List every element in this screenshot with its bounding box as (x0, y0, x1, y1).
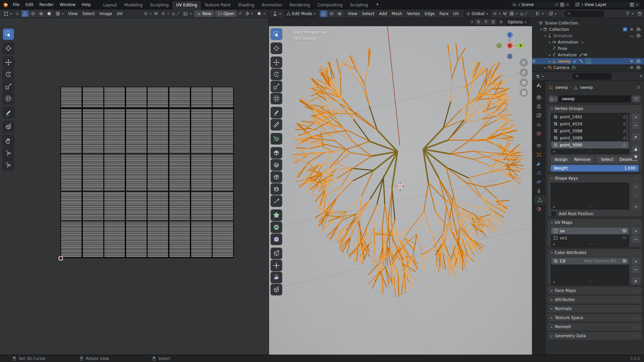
menu-file[interactable]: File (10, 1, 22, 8)
navigation-gizmo[interactable]: Z Y X (493, 28, 527, 62)
properties-tab-scene[interactable] (532, 120, 545, 129)
properties-tab-view-layer[interactable] (532, 111, 545, 120)
panel-drag-grip[interactable]: ∷∷ (634, 316, 639, 320)
outliner-filter-mode-dropdown[interactable]: ▾ (547, 11, 558, 16)
viewport-select-mode-0[interactable] (320, 10, 327, 17)
vertex-group-row[interactable]: point_3090 (551, 141, 629, 148)
expander-closed[interactable]: ▸ (548, 53, 552, 57)
properties-tab-object-props[interactable] (532, 150, 545, 159)
vp-tool-extrude-region[interactable] (271, 147, 282, 159)
vp-tool-bevel[interactable] (271, 171, 282, 183)
mirror-z-toggle[interactable]: Z (490, 19, 496, 25)
remove-icon[interactable]: − (632, 122, 640, 129)
snap-magnet-icon[interactable] (154, 11, 158, 16)
options-dropdown[interactable]: Options▾ (505, 19, 529, 25)
workspace-tab-layout[interactable]: Layout (100, 1, 121, 9)
uv-map-row[interactable]: uv1 (551, 234, 629, 241)
snap-face-nearest-icon[interactable] (499, 20, 503, 24)
section-remesh[interactable]: ▸Remesh∷∷ (547, 323, 642, 331)
properties-tab-collection-props[interactable] (532, 141, 545, 150)
add-icon[interactable]: ＋ (632, 114, 640, 121)
panel-drag-grip[interactable]: ∷∷ (634, 325, 639, 329)
properties-tab-world[interactable] (532, 129, 545, 138)
list-resize-grip[interactable]: ∷∷ (588, 242, 593, 246)
expander-closed[interactable]: ▸ (548, 41, 552, 44)
transform-orientation-dropdown[interactable]: Global ▾ (464, 10, 490, 17)
eye[interactable] (630, 59, 634, 63)
outliner-row-armature[interactable]: ▸Armature99 (532, 52, 644, 58)
open-image-button[interactable]: Open (215, 10, 237, 17)
viewport-menu-vertex[interactable]: Vertex (405, 11, 422, 17)
outliner-row-sweep[interactable]: ▸sweep (532, 58, 644, 64)
viewport-menu-select[interactable]: Select (360, 11, 377, 17)
blender-logo-icon[interactable] (2, 1, 9, 8)
new-collection-icon[interactable] (637, 11, 642, 16)
panel-drag-grip[interactable]: ∷∷ (634, 289, 639, 293)
pin-icon[interactable] (554, 3, 558, 7)
shape-keys-panel-header[interactable]: ▾Shape Keys∷∷ (547, 175, 642, 182)
uv-menu-image[interactable]: Image (97, 11, 115, 17)
uv-tool-rip-region[interactable] (3, 121, 14, 132)
workspace-tab-sculpting[interactable]: Sculpting (146, 1, 172, 9)
vp-tool-edge-slide[interactable] (271, 248, 282, 259)
expander-closed[interactable]: ▸ (548, 60, 552, 63)
panel-drag-grip[interactable]: ∷∷ (634, 307, 639, 311)
add-icon[interactable]: ＋ (632, 258, 640, 265)
copy-icon[interactable] (560, 2, 565, 7)
section-attributes[interactable]: ▸Attributes∷∷ (547, 296, 642, 304)
mode-dropdown[interactable]: Edit Mode ▾ (284, 10, 318, 17)
move-down-icon[interactable]: ▼ (632, 153, 640, 160)
panel-drag-grip[interactable]: ∷∷ (634, 334, 639, 338)
camera[interactable] (636, 34, 641, 38)
viewport-menu-uv[interactable]: UV (451, 11, 461, 17)
image-browse-dropdown[interactable]: ▾ (181, 11, 193, 17)
vp-tool-shrink-fatten[interactable] (271, 260, 282, 271)
ortho-grid-icon[interactable] (520, 88, 528, 97)
list-resize-grip[interactable]: ∷∷ (588, 149, 593, 153)
uv-display-dropdown[interactable]: ▾ (243, 11, 255, 16)
bronchial-tree-mesh[interactable] (292, 44, 524, 297)
mesh-mirror-icon[interactable] (470, 20, 474, 24)
viewport-menu-face[interactable]: Face (437, 11, 451, 17)
vp-tool-loop-cut[interactable] (271, 183, 282, 195)
vp-tool-annotate[interactable] (271, 107, 282, 118)
uv-tool-pinch[interactable] (3, 159, 14, 171)
fake-user-shield-icon[interactable] (632, 96, 641, 102)
gizmo-axis-neg-y[interactable] (496, 43, 502, 48)
vp-tool-poly-build[interactable] (271, 209, 282, 221)
lock-open-icon[interactable] (623, 136, 627, 140)
camera[interactable] (636, 27, 641, 32)
properties-options-chevron[interactable]: ▾ (640, 74, 642, 78)
vp-tool-smooth[interactable] (271, 234, 282, 245)
viewport-menu-edge[interactable]: Edge (422, 11, 437, 17)
lock-open-icon[interactable] (623, 115, 627, 119)
specials-expander[interactable]: ▸ (553, 149, 555, 153)
workspace-tab-shading[interactable]: Shading (234, 1, 258, 9)
uv-tool-scale[interactable] (3, 81, 14, 92)
collection-checkbox[interactable]: ✓ (623, 27, 627, 32)
lock-open-icon[interactable] (623, 122, 627, 126)
uv-sync-select-icon[interactable] (15, 11, 20, 16)
uv-canvas[interactable] (0, 18, 269, 355)
camera-view-icon[interactable] (520, 78, 528, 87)
pan-hand-icon[interactable] (520, 68, 528, 77)
camera-render-on-icon[interactable] (622, 229, 627, 233)
workspace-tab-animation[interactable]: Animation (258, 1, 286, 9)
outliner-row-camera[interactable]: ▸Camera (532, 64, 644, 71)
vp-tool-spin[interactable] (271, 222, 282, 233)
viewport-editor-type-dropdown[interactable]: ▾ (271, 11, 283, 17)
vp-tool-scale[interactable] (271, 81, 282, 92)
move-up-icon[interactable]: ▲ (632, 145, 640, 152)
eye[interactable] (630, 65, 634, 70)
uv-select-mode-3[interactable] (46, 10, 53, 17)
outliner-display-dropdown[interactable]: ▾ (534, 11, 545, 16)
vp-tool-move[interactable] (271, 57, 282, 68)
mirror-y-toggle[interactable]: Y (483, 19, 489, 25)
uv-tool--d-cursor[interactable] (3, 43, 14, 54)
zoom-icon[interactable] (520, 58, 528, 67)
uv-tool-rotate[interactable] (3, 69, 14, 80)
lock-open-icon[interactable] (623, 143, 627, 147)
specials-expander[interactable]: ▸ (553, 280, 555, 284)
menu-help[interactable]: Help (78, 1, 94, 8)
vp-tool-rip-region[interactable] (271, 284, 282, 295)
